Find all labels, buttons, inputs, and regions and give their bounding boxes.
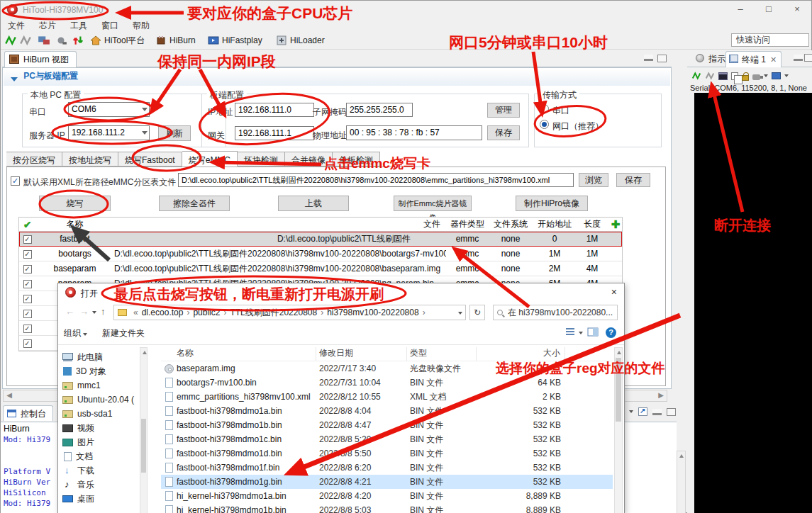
- scroll-right-icon[interactable]: ▶: [655, 390, 667, 401]
- burn-tab[interactable]: 按地址烧写: [62, 152, 118, 167]
- new-terminal-icon[interactable]: [772, 72, 781, 79]
- xml-path-input[interactable]: D:\dl.ecoo.top\public2\TTL线刷固件20220808\h…: [178, 173, 574, 187]
- open-console-icon[interactable]: [638, 407, 647, 416]
- terminal-screen[interactable]: [694, 93, 812, 513]
- sidebar-item[interactable]: 文档: [62, 449, 140, 463]
- breadcrumb[interactable]: «dl.ecoo.top›public2›TTL线刷固件20220808›hi3…: [113, 305, 466, 320]
- subnet-mask-input[interactable]: 255.255.255.0: [346, 103, 413, 117]
- xml-path-checkbox[interactable]: ✓: [11, 176, 20, 186]
- sidebar-item[interactable]: 下载: [62, 463, 140, 478]
- file-row[interactable]: fastboot-hi3798mdmo1b.bin 2022/8/8 4:47 …: [161, 418, 613, 432]
- chevron-down-icon[interactable]: [629, 410, 633, 413]
- file-row[interactable]: fastboot-hi3798mdmo1f.bin 2022/8/8 6:20 …: [161, 461, 613, 475]
- xml-save-button[interactable]: 保存: [616, 173, 650, 187]
- preview-pane-icon[interactable]: [587, 327, 599, 339]
- config-section-header[interactable]: PC与板端配置: [4, 70, 670, 86]
- row-checkbox[interactable]: ✓: [23, 265, 32, 274]
- config-icon[interactable]: [38, 34, 50, 47]
- xml-checkbox-label[interactable]: 默认采用XML所在路径: [23, 176, 109, 188]
- minimize-button[interactable]: –: [726, 1, 755, 19]
- dialog-close-icon[interactable]: ×: [611, 286, 617, 298]
- file-row[interactable]: hi_kernel-hi3798mdmo1b.bin 2022/8/8 5:03…: [161, 503, 613, 513]
- lock-icon[interactable]: [742, 75, 749, 81]
- sidebar-item[interactable]: 3D 对象: [62, 364, 140, 378]
- row-checkbox[interactable]: ✓: [23, 325, 32, 333]
- up-icon[interactable]: ↑: [101, 306, 106, 317]
- serial-radio-label[interactable]: 串口: [552, 105, 569, 117]
- tab-console[interactable]: 控制台: [3, 405, 53, 421]
- menu-item[interactable]: 文件: [1, 19, 32, 33]
- col-start[interactable]: 开始地址: [533, 218, 577, 230]
- browse-button[interactable]: 浏览: [579, 173, 608, 187]
- copy-icon[interactable]: [731, 72, 738, 80]
- right-minimize-icon[interactable]: [794, 55, 803, 61]
- scroll-thumb[interactable]: [141, 419, 146, 473]
- organize-button[interactable]: 组织: [64, 327, 87, 339]
- upload-button[interactable]: 上载: [278, 196, 349, 211]
- menu-item[interactable]: 芯片: [32, 19, 63, 33]
- col-fs[interactable]: 文件系统: [489, 218, 533, 230]
- panel-minimize-icon[interactable]: [644, 55, 653, 61]
- hiburn-button[interactable]: HiBurn: [155, 34, 196, 47]
- menu-item[interactable]: 帮助: [126, 19, 157, 33]
- terminal-settings-icon[interactable]: [718, 72, 728, 80]
- file-row[interactable]: fastboot-hi3798mdmo1d.bin 2022/8/8 5:50 …: [161, 446, 613, 461]
- chevron-down-icon[interactable]: [764, 74, 768, 77]
- scroll-left-icon[interactable]: ◀: [4, 390, 15, 401]
- scroll-up-icon[interactable]: [143, 351, 147, 354]
- burn-tab[interactable]: 坏块检测: [238, 152, 285, 167]
- col-file-date[interactable]: 修改日期: [316, 347, 407, 361]
- console-maximize-icon[interactable]: [667, 408, 676, 416]
- row-checkbox[interactable]: ✓: [23, 250, 32, 259]
- row-checkbox[interactable]: ✓: [23, 310, 32, 318]
- file-row[interactable]: emmc_partitions_hi3798mv100.xml 2022/8/1…: [161, 390, 613, 404]
- plug-icon[interactable]: [752, 74, 760, 80]
- quick-access-input[interactable]: 快速访问: [731, 33, 809, 47]
- chevron-down-icon[interactable]: [784, 74, 789, 77]
- search-input[interactable]: 在 hi3798mv100-2022080...: [493, 305, 618, 320]
- breadcrumb-segment[interactable]: public2›: [193, 308, 230, 317]
- tab-hiburn-view[interactable]: HiBurn 视图: [4, 51, 77, 67]
- table-row[interactable]: ✓ bootargs D:\dl.ecoo.top\public2\TTL线刷固…: [19, 247, 622, 261]
- make-emmc-image-button[interactable]: 制作Emmc烧片器镜像: [394, 196, 472, 211]
- serial-port-select[interactable]: COM6: [68, 102, 150, 117]
- connect-icon[interactable]: [4, 34, 17, 47]
- row-checkbox[interactable]: ✓: [23, 235, 32, 244]
- row-checkbox[interactable]: ✓: [23, 295, 32, 303]
- serial-radio[interactable]: [540, 104, 549, 113]
- breadcrumb-segment[interactable]: hi3798mv100-20220808›: [327, 308, 428, 317]
- col-file[interactable]: 文件: [114, 218, 446, 230]
- view-mode-icon[interactable]: [564, 327, 579, 339]
- close-tab-icon[interactable]: ✕: [770, 55, 777, 64]
- add-row-icon[interactable]: ✚: [608, 220, 623, 229]
- tool-icon[interactable]: [55, 34, 67, 47]
- manage-button[interactable]: 管理: [487, 103, 520, 118]
- table-row[interactable]: ✓ fastboot D:\dl.ecoo.top\public2\TTL线刷固…: [19, 232, 622, 247]
- maximize-button[interactable]: □: [755, 1, 783, 19]
- burn-button[interactable]: 烧写: [39, 196, 111, 211]
- right-maximize-icon[interactable]: [804, 54, 812, 62]
- sidebar-item[interactable]: mmc1: [62, 378, 140, 393]
- disconnect-icon[interactable]: [19, 34, 32, 47]
- sidebar-item[interactable]: 桌面: [62, 492, 140, 506]
- row-checkbox[interactable]: ✓: [23, 280, 32, 288]
- scroll-up-icon[interactable]: [617, 351, 621, 354]
- sidebar-item[interactable]: 视频: [62, 421, 140, 435]
- forward-icon[interactable]: →: [79, 306, 89, 317]
- sidebar-item[interactable]: 图片: [62, 435, 140, 449]
- scroll-up-icon[interactable]: [679, 454, 684, 458]
- disconnect-icon[interactable]: [705, 71, 715, 81]
- close-button[interactable]: ×: [783, 1, 811, 19]
- sidebar-item[interactable]: usb-sda1: [62, 407, 140, 421]
- sidebar-item[interactable]: 此电脑: [62, 350, 140, 364]
- console-minimize-icon[interactable]: [652, 409, 662, 415]
- burn-tab[interactable]: 按分区烧写: [6, 152, 62, 167]
- network-radio[interactable]: [540, 120, 549, 129]
- console-scrollbar[interactable]: [677, 451, 686, 513]
- board-save-button[interactable]: 保存: [487, 125, 520, 140]
- help-icon[interactable]: ?: [606, 327, 616, 338]
- breadcrumb-segment[interactable]: TTL线刷固件20220808›: [230, 308, 327, 317]
- hiloader-button[interactable]: HiLoader: [276, 34, 325, 47]
- panel-maximize-icon[interactable]: [657, 55, 667, 62]
- hifastplay-button[interactable]: HiFastplay: [208, 34, 262, 47]
